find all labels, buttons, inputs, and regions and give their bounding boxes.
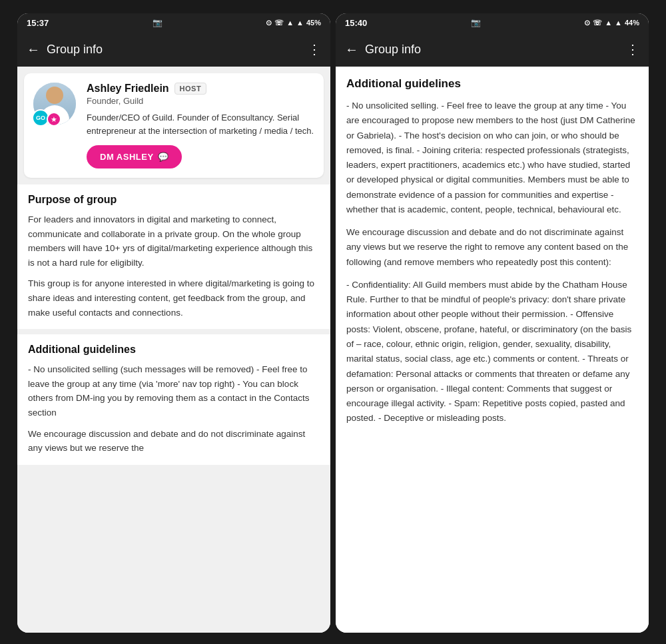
guidelines-para2: We encourage discussion and debate and d… [28, 427, 320, 456]
guidelines-text: - No unsolicited selling (such messages … [28, 362, 320, 456]
guidelines-para1: - No unsolicited selling (such messages … [28, 362, 320, 420]
right-more-button[interactable]: ⋮ [626, 41, 639, 57]
left-status-icon: 📷 [153, 18, 163, 27]
left-content-area: GO ★ Ashley Friedlein HOST Founder, Guil… [17, 67, 330, 633]
guidelines-block2: We encourage discussion and debate and d… [346, 225, 638, 270]
guidelines-block1: - No unsolicited selling. - Feel free to… [346, 99, 638, 217]
left-more-button[interactable]: ⋮ [308, 41, 321, 57]
right-status-icon: 📷 [471, 18, 481, 27]
guidelines-block3: - Confidentiality: All Guild members mus… [346, 278, 638, 426]
right-back-button[interactable]: ← [345, 42, 358, 57]
avatar-container: GO ★ [33, 83, 79, 125]
right-status-bar: 15:40 📷 ⊙ ☏ ▲ ▲ 44% [336, 13, 649, 32]
dm-button-label: DM ASHLEY [100, 152, 154, 162]
host-info: Ashley Friedlein HOST Founder, Guild Fou… [87, 83, 314, 168]
host-card: GO ★ Ashley Friedlein HOST Founder, Guil… [24, 73, 324, 178]
guidelines-title: Additional guidelines [28, 344, 320, 356]
guidelines-section: Additional guidelines - No unsolicited s… [17, 329, 330, 465]
dm-button[interactable]: DM ASHLEY 💬 [87, 145, 182, 168]
dm-icon: 💬 [158, 152, 169, 162]
left-page-title: Group info [47, 43, 301, 57]
right-status-icons: ⊙ ☏ ▲ ▲ 44% [584, 19, 639, 27]
purpose-text: For leaders and innovators in digital an… [28, 212, 320, 320]
left-back-button[interactable]: ← [27, 42, 40, 57]
host-badge: HOST [174, 83, 207, 95]
purpose-title: Purpose of group [28, 194, 320, 206]
right-guidelines-text: - No unsolicited selling. - Feel free to… [346, 99, 638, 426]
right-time: 15:40 [345, 18, 367, 28]
right-battery: 44% [625, 19, 639, 27]
right-content-area: Additional guidelines - No unsolicited s… [336, 67, 649, 633]
host-name: Ashley Friedlein [87, 83, 169, 95]
right-app-bar: ← Group info ⋮ [336, 32, 649, 67]
left-phone-screen: 15:37 📷 ⊙ ☏ ▲ ▲ 45% ← Group info ⋮ [17, 13, 330, 633]
right-page-title: Group info [365, 43, 619, 57]
host-title: Founder, Guild [87, 96, 314, 106]
right-phone-screen: 15:40 📷 ⊙ ☏ ▲ ▲ 44% ← Group info ⋮ Addit… [336, 13, 649, 633]
left-app-bar: ← Group info ⋮ [17, 32, 330, 67]
purpose-para2: This group is for anyone interested in w… [28, 276, 320, 320]
left-status-bar: 15:37 📷 ⊙ ☏ ▲ ▲ 45% [17, 13, 330, 32]
purpose-section: Purpose of group For leaders and innovat… [17, 184, 330, 329]
host-bio: Founder/CEO of Guild. Founder of Econsul… [87, 111, 314, 137]
left-status-icons: ⊙ ☏ ▲ ▲ 45% [266, 19, 321, 27]
right-guidelines-title: Additional guidelines [346, 77, 638, 91]
star-badge-icon: ★ [47, 112, 61, 127]
left-time: 15:37 [27, 18, 49, 28]
left-battery: 45% [306, 19, 321, 27]
purpose-para1: For leaders and innovators in digital an… [28, 212, 320, 270]
